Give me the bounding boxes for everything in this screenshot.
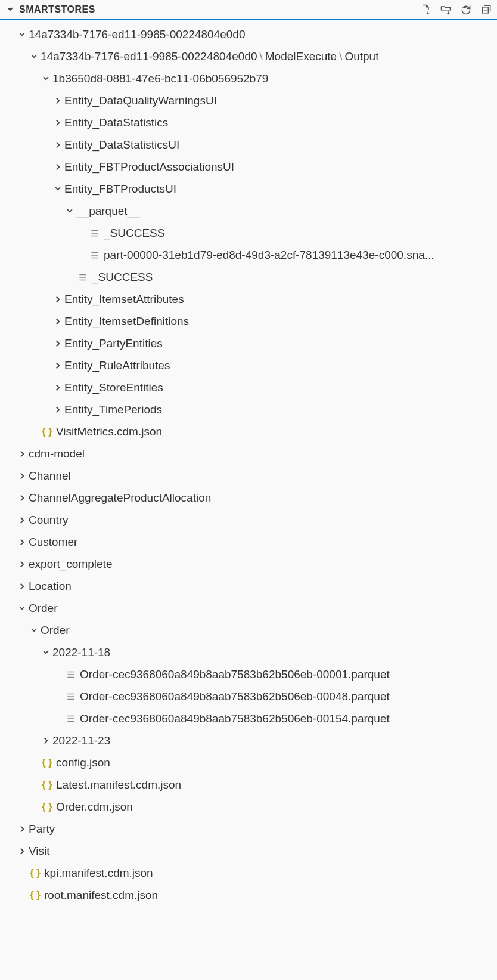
panel-collapse-icon[interactable]	[4, 4, 17, 15]
tree-folder-row[interactable]: Entity_StoreEntities	[0, 376, 497, 398]
tree-file-row[interactable]: Order-cec9368060a849b8aab7583b62b506eb-0…	[0, 707, 497, 729]
chevron-right-icon[interactable]	[51, 338, 64, 349]
tree-folder-row[interactable]: 14a7334b-7176-ed11-9985-00224804e0d0\Mod…	[0, 45, 497, 67]
chevron-down-icon[interactable]	[39, 647, 52, 658]
chevron-right-icon[interactable]	[51, 316, 64, 327]
chevron-down-icon[interactable]	[15, 603, 29, 614]
tree-item-label: Order-cec9368060a849b8aab7583b62b506eb-0…	[80, 712, 390, 725]
chevron-right-icon[interactable]	[51, 360, 64, 371]
tree-file-row[interactable]: { }Order.cdm.json	[0, 796, 497, 818]
explorer-panel-header: SMARTSTORES	[0, 0, 497, 20]
new-folder-icon[interactable]	[440, 4, 452, 16]
tree-file-row[interactable]: { }root.manifest.cdm.json	[0, 884, 497, 906]
tree-item-label: Order.cdm.json	[56, 800, 133, 814]
chevron-down-icon[interactable]	[27, 51, 41, 62]
tree-folder-row[interactable]: Country	[0, 509, 497, 531]
tree-item-label: Entity_FBTProductAssociationsUI	[64, 160, 234, 174]
chevron-right-icon[interactable]	[15, 537, 29, 548]
tree-item-label: Entity_FBTProductsUI	[64, 183, 176, 196]
tree-folder-row[interactable]: Order	[0, 597, 497, 619]
tree-file-row[interactable]: { }kpi.manifest.cdm.json	[0, 862, 497, 884]
chevron-right-icon[interactable]	[15, 581, 29, 592]
tree-item-label: cdm-model	[29, 447, 85, 460]
tree-folder-row[interactable]: Entity_RuleAttributes	[0, 354, 497, 376]
chevron-down-icon[interactable]	[51, 184, 64, 194]
tree-folder-row[interactable]: Location	[0, 575, 497, 597]
tree-folder-row[interactable]: Customer	[0, 531, 497, 553]
tree-item-label: 2022-11-18	[52, 646, 110, 659]
tree-folder-row[interactable]: Entity_DataQualityWarningsUI	[0, 89, 497, 112]
tree-folder-row[interactable]: 2022-11-23	[0, 729, 497, 752]
chevron-down-icon[interactable]	[27, 625, 41, 636]
path-separator: \	[259, 50, 262, 63]
file-icon	[88, 250, 101, 261]
chevron-right-icon[interactable]	[51, 404, 64, 415]
chevron-right-icon[interactable]	[39, 735, 52, 746]
chevron-right-icon[interactable]	[51, 294, 64, 305]
tree-folder-row[interactable]: __parquet__	[0, 200, 497, 222]
json-icon: { }	[29, 867, 42, 879]
chevron-down-icon[interactable]	[15, 29, 29, 40]
tree-item-label: Location	[29, 580, 72, 593]
chevron-right-icon[interactable]	[51, 140, 64, 150]
tree-folder-row[interactable]: Order	[0, 619, 497, 641]
tree-file-row[interactable]: { }VisitMetrics.cdm.json	[0, 421, 497, 443]
tree-item-label: Country	[29, 514, 69, 527]
tree-folder-row[interactable]: Entity_PartyEntities	[0, 332, 497, 354]
tree-item-label: 2022-11-23	[52, 734, 110, 747]
file-icon	[64, 669, 77, 680]
chevron-right-icon[interactable]	[15, 846, 29, 857]
tree-item-label: root.manifest.cdm.json	[44, 889, 158, 902]
file-icon	[88, 228, 101, 239]
file-icon	[64, 713, 77, 724]
chevron-right-icon[interactable]	[51, 95, 64, 106]
tree-folder-row[interactable]: Party	[0, 818, 497, 840]
tree-file-row[interactable]: Order-cec9368060a849b8aab7583b62b506eb-0…	[0, 663, 497, 685]
tree-file-row[interactable]: part-00000-31eb1d79-ed8d-49d3-a2cf-78139…	[0, 244, 497, 266]
tree-file-row[interactable]: _SUCCESS	[0, 266, 497, 288]
chevron-right-icon[interactable]	[15, 515, 29, 525]
tree-folder-row[interactable]: Entity_DataStatistics	[0, 112, 497, 134]
tree-item-label: part-00000-31eb1d79-ed8d-49d3-a2cf-78139…	[104, 249, 434, 262]
tree-folder-row[interactable]: cdm-model	[0, 443, 497, 465]
tree-folder-row[interactable]: Entity_FBTProductAssociationsUI	[0, 156, 497, 178]
chevron-right-icon[interactable]	[15, 449, 29, 459]
tree-item-label: 14a7334b-7176-ed11-9985-00224804e0d0	[29, 28, 245, 41]
tree-folder-row[interactable]: 14a7334b-7176-ed11-9985-00224804e0d0	[0, 23, 497, 45]
tree-file-row[interactable]: Order-cec9368060a849b8aab7583b62b506eb-0…	[0, 685, 497, 707]
tree-folder-row[interactable]: export_complete	[0, 553, 497, 575]
json-icon: { }	[41, 801, 54, 813]
chevron-down-icon[interactable]	[63, 206, 76, 217]
tree-folder-row[interactable]: Channel	[0, 465, 497, 487]
chevron-right-icon[interactable]	[51, 118, 64, 128]
chevron-right-icon[interactable]	[15, 559, 29, 570]
tree-folder-row[interactable]: Entity_DataStatisticsUI	[0, 134, 497, 156]
chevron-right-icon[interactable]	[51, 382, 64, 393]
tree-item-label: Order-cec9368060a849b8aab7583b62b506eb-0…	[80, 668, 390, 681]
file-icon	[76, 272, 89, 283]
tree-folder-row[interactable]: 1b3650d8-0881-47e6-bc11-06b056952b79	[0, 67, 497, 89]
refresh-icon[interactable]	[460, 4, 472, 16]
chevron-right-icon[interactable]	[15, 493, 29, 503]
path-segment: ModelExecute	[265, 50, 337, 63]
tree-folder-row[interactable]: Entity_FBTProductsUI	[0, 178, 497, 200]
tree-folder-row[interactable]: Entity_TimePeriods	[0, 398, 497, 421]
tree-folder-row[interactable]: ChannelAggregateProductAllocation	[0, 487, 497, 509]
chevron-right-icon[interactable]	[15, 471, 29, 481]
tree-file-row[interactable]: { }Latest.manifest.cdm.json	[0, 774, 497, 796]
chevron-right-icon[interactable]	[51, 162, 64, 172]
tree-folder-row[interactable]: Entity_ItemsetAttributes	[0, 288, 497, 310]
tree-folder-row[interactable]: Entity_ItemsetDefinitions	[0, 310, 497, 332]
json-icon: { }	[41, 757, 54, 769]
collapse-all-icon[interactable]	[480, 4, 492, 16]
new-file-icon[interactable]	[420, 4, 431, 16]
tree-item-label: ChannelAggregateProductAllocation	[29, 491, 211, 505]
tree-file-row[interactable]: _SUCCESS	[0, 222, 497, 244]
tree-file-row[interactable]: { }config.json	[0, 752, 497, 774]
tree-folder-row[interactable]: 2022-11-18	[0, 641, 497, 663]
tree-item-label: kpi.manifest.cdm.json	[44, 867, 153, 880]
tree-folder-row[interactable]: Visit	[0, 840, 497, 862]
chevron-right-icon[interactable]	[15, 824, 29, 834]
tree-item-label: Visit	[29, 845, 50, 858]
chevron-down-icon[interactable]	[39, 73, 52, 84]
